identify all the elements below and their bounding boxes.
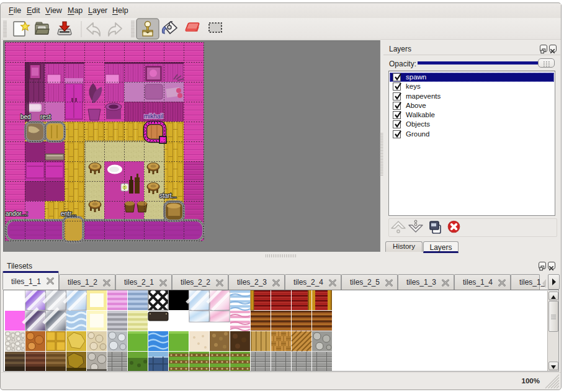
svg-text:bed: bed [20,114,31,120]
svg-text:andor...:: andor...: [6,210,28,217]
svg-text:start...: start... [159,192,177,199]
svg-text:mikhail: mikhail [144,113,163,120]
svg-text:entr...: entr... [61,210,76,217]
svg-text:rest: rest [40,114,51,120]
